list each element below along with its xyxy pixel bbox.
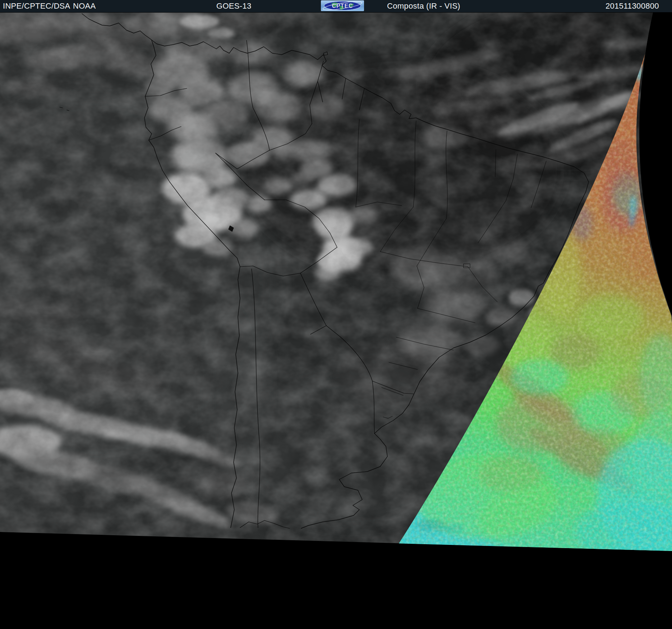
timestamp-label: 201511300800 <box>606 0 659 12</box>
satellite-label: GOES-13 <box>216 0 251 12</box>
satellite-viewer: INPE/CPTEC/DSA NOAA GOES-13 CPTEC Compos… <box>0 0 672 629</box>
source-label: INPE/CPTEC/DSA <box>3 0 70 12</box>
logo-text: CPTEC <box>332 3 353 9</box>
product-label: Composta (IR - VIS) <box>387 0 460 12</box>
cptec-logo: CPTEC <box>321 0 364 11</box>
agency-label: NOAA <box>73 0 96 12</box>
header-bar: INPE/CPTEC/DSA NOAA GOES-13 CPTEC Compos… <box>0 0 672 12</box>
satellite-image <box>0 0 672 629</box>
